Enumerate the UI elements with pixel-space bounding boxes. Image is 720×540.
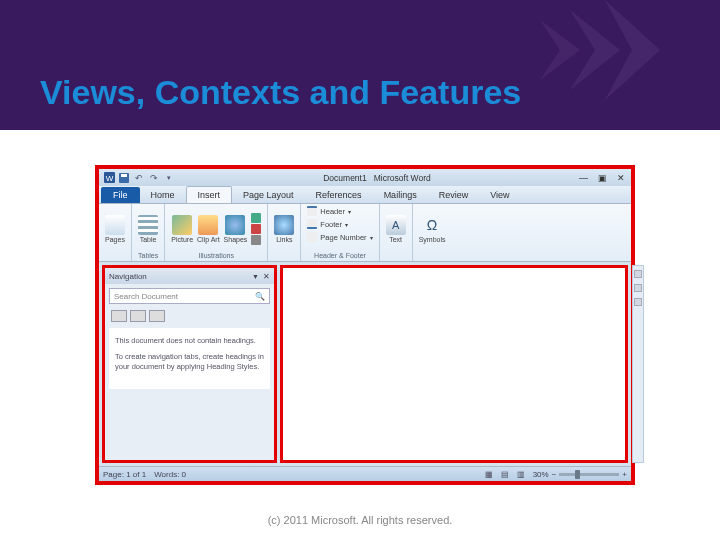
- word-icon: W: [103, 172, 115, 184]
- view-web-icon[interactable]: ▥: [517, 470, 525, 479]
- slide-footer: (c) 2011 Microsoft. All rights reserved.: [0, 514, 720, 526]
- workspace: Navigation ▼ ✕ Search Document 🔍 This do…: [99, 262, 631, 466]
- document-canvas[interactable]: [280, 265, 628, 463]
- side-toolbar: [632, 265, 644, 463]
- svg-rect-6: [121, 174, 127, 177]
- undo-icon[interactable]: ↶: [133, 172, 145, 184]
- tab-references[interactable]: References: [305, 187, 373, 203]
- view-print-layout-icon[interactable]: ▦: [485, 470, 493, 479]
- quick-access-toolbar: W ↶ ↷ ▾: [99, 172, 175, 184]
- zoom-slider[interactable]: [559, 473, 619, 476]
- picture-button[interactable]: Picture: [171, 215, 193, 243]
- chart-button[interactable]: [251, 224, 261, 234]
- smartart-button[interactable]: [251, 213, 261, 223]
- nav-close-icon[interactable]: ✕: [263, 272, 270, 281]
- close-icon[interactable]: ✕: [617, 173, 625, 183]
- group-text: AText: [380, 204, 413, 261]
- dropdown-icon: ▾: [348, 208, 351, 215]
- pages-button[interactable]: Pages: [105, 215, 125, 243]
- search-input[interactable]: Search Document 🔍: [109, 288, 270, 304]
- nav-dropdown-icon[interactable]: ▼: [248, 273, 263, 280]
- tab-review[interactable]: Review: [428, 187, 480, 203]
- side-icon-3[interactable]: [634, 298, 642, 306]
- group-pages: Pages: [99, 204, 132, 261]
- ribbon: Pages Table Tables Picture Clip Art Shap…: [99, 204, 631, 262]
- nav-empty-message: This document does not contain headings.…: [109, 328, 270, 389]
- word-window: W ↶ ↷ ▾ Document1 Microsoft Word — ▣ ✕ F…: [95, 165, 635, 485]
- status-page[interactable]: Page: 1 of 1: [103, 470, 146, 479]
- header-button[interactable]: Header ▾: [307, 206, 372, 216]
- group-links: Links: [268, 204, 301, 261]
- svg-marker-0: [540, 20, 580, 80]
- page-number-button[interactable]: Page Number ▾: [307, 232, 372, 242]
- document-title: Document1 Microsoft Word: [175, 173, 579, 183]
- footer-button[interactable]: Footer ▾: [307, 219, 372, 229]
- tab-home[interactable]: Home: [140, 187, 186, 203]
- group-symbols: ΩSymbols: [413, 204, 452, 261]
- table-button[interactable]: Table: [138, 215, 158, 243]
- minimize-icon[interactable]: —: [579, 173, 588, 183]
- shapes-button[interactable]: Shapes: [224, 215, 248, 243]
- navigation-pane: Navigation ▼ ✕ Search Document 🔍 This do…: [102, 265, 277, 463]
- nav-view-switcher: [105, 308, 274, 324]
- tab-insert[interactable]: Insert: [186, 186, 233, 203]
- save-icon[interactable]: [118, 172, 130, 184]
- slide-header: Views, Contexts and Features: [0, 0, 720, 130]
- symbols-button[interactable]: ΩSymbols: [419, 215, 446, 243]
- ruler-icon[interactable]: [634, 270, 642, 278]
- view-reading-icon[interactable]: ▤: [501, 470, 509, 479]
- links-button[interactable]: Links: [274, 215, 294, 243]
- nav-view-pages[interactable]: [130, 310, 146, 322]
- zoom-in-icon[interactable]: +: [622, 470, 627, 479]
- zoom-control[interactable]: 30% − +: [533, 470, 627, 479]
- clipart-button[interactable]: Clip Art: [197, 215, 220, 243]
- group-header-footer: Header ▾ Footer ▾ Page Number ▾ Header &…: [301, 204, 379, 261]
- status-bar: Page: 1 of 1 Words: 0 ▦ ▤ ▥ 30% − +: [99, 466, 631, 481]
- group-illustrations: Picture Clip Art Shapes Illustrations: [165, 204, 268, 261]
- ribbon-tabs: File Home Insert Page Layout References …: [99, 186, 631, 204]
- nav-view-headings[interactable]: [111, 310, 127, 322]
- tab-view[interactable]: View: [479, 187, 520, 203]
- status-words[interactable]: Words: 0: [154, 470, 186, 479]
- nav-view-results[interactable]: [149, 310, 165, 322]
- group-tables: Table Tables: [132, 204, 165, 261]
- nav-pane-header: Navigation ▼ ✕: [105, 268, 274, 284]
- svg-text:W: W: [105, 174, 113, 183]
- search-icon: 🔍: [255, 292, 265, 301]
- maximize-icon[interactable]: ▣: [598, 173, 607, 183]
- zoom-out-icon[interactable]: −: [552, 470, 557, 479]
- text-button[interactable]: AText: [386, 215, 406, 243]
- qat-dropdown-icon[interactable]: ▾: [163, 172, 175, 184]
- side-icon-2[interactable]: [634, 284, 642, 292]
- screenshot-button[interactable]: [251, 235, 261, 245]
- tab-mailings[interactable]: Mailings: [373, 187, 428, 203]
- decorative-arrows: [510, 0, 690, 110]
- redo-icon[interactable]: ↷: [148, 172, 160, 184]
- slide-title: Views, Contexts and Features: [40, 73, 521, 112]
- tab-page-layout[interactable]: Page Layout: [232, 187, 305, 203]
- zoom-level: 30%: [533, 470, 549, 479]
- title-bar: W ↶ ↷ ▾ Document1 Microsoft Word — ▣ ✕: [99, 169, 631, 186]
- tab-file[interactable]: File: [101, 187, 140, 203]
